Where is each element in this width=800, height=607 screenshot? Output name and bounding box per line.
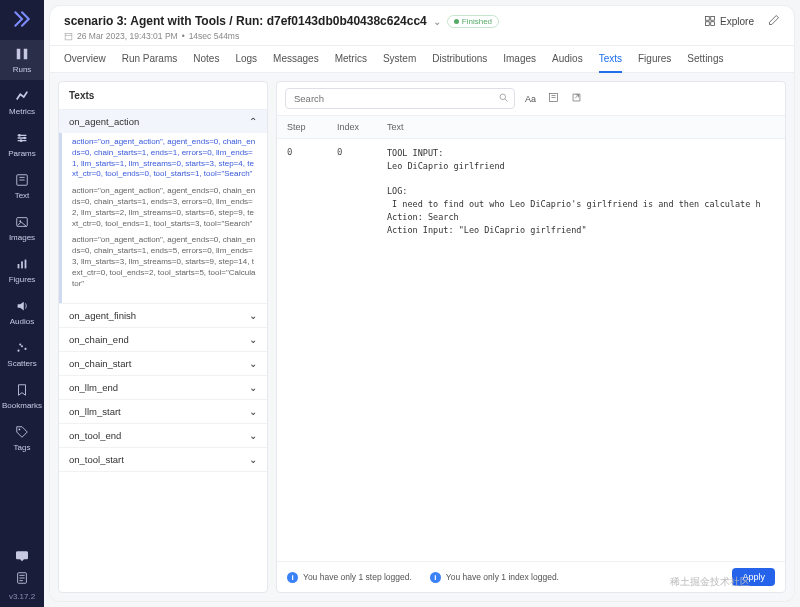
acc-head[interactable]: on_llm_end⌄ (59, 376, 267, 399)
acc-label: on_chain_start (69, 358, 131, 369)
tab-logs[interactable]: Logs (235, 46, 257, 72)
tab-audios[interactable]: Audios (552, 46, 583, 72)
svg-rect-18 (711, 17, 715, 21)
svg-point-3 (23, 137, 26, 140)
calendar-icon (64, 32, 73, 41)
acc-head[interactable]: on_chain_start⌄ (59, 352, 267, 375)
tab-bar: Overview Run Params Notes Logs Messages … (50, 46, 794, 73)
info-text: You have only 1 step logged. (303, 572, 412, 582)
acc-head[interactable]: on_llm_start⌄ (59, 400, 267, 423)
nav-figures[interactable]: Figures (0, 250, 44, 290)
svg-rect-19 (706, 22, 710, 26)
export-button[interactable] (569, 90, 584, 107)
text-card[interactable]: action="on_agent_action", agent_ends=0, … (72, 186, 257, 229)
bookmarks-icon (14, 382, 30, 398)
acc-label: on_tool_start (69, 454, 124, 465)
nav-label: Audios (10, 317, 34, 326)
text-card[interactable]: action="on_agent_action", agent_ends=0, … (72, 235, 257, 289)
chevron-down-icon: ⌄ (249, 430, 257, 441)
table-header: Step Index Text (277, 116, 785, 139)
nav-bookmarks[interactable]: Bookmarks (0, 376, 44, 416)
acc-head[interactable]: on_tool_end⌄ (59, 424, 267, 447)
nav-metrics[interactable]: Metrics (0, 82, 44, 122)
acc-head[interactable]: on_tool_start⌄ (59, 448, 267, 471)
content-area: Texts on_agent_action ⌃ action="on_agent… (50, 73, 794, 601)
chevron-down-icon: ⌄ (249, 454, 257, 465)
docs-icon[interactable] (14, 570, 30, 586)
tab-settings[interactable]: Settings (687, 46, 723, 72)
nav-label: Bookmarks (2, 401, 42, 410)
svg-rect-1 (24, 49, 28, 60)
figures-icon (14, 256, 30, 272)
nav-text[interactable]: Text (0, 166, 44, 206)
table-row[interactable]: 0 0 TOOL INPUT: Leo DiCaprio girlfriend … (277, 139, 785, 244)
status-dot-icon (454, 19, 459, 24)
status-badge: Finished (447, 15, 499, 28)
acc-head[interactable]: on_chain_end⌄ (59, 328, 267, 351)
tab-messages[interactable]: Messages (273, 46, 319, 72)
nav-audios[interactable]: Audios (0, 292, 44, 332)
tab-notes[interactable]: Notes (193, 46, 219, 72)
acc-on-tool-end: on_tool_end⌄ (59, 424, 267, 448)
acc-head[interactable]: on_agent_finish⌄ (59, 304, 267, 327)
search-input[interactable] (285, 88, 515, 109)
chevron-down-icon[interactable]: ⌄ (433, 16, 441, 27)
nav-runs[interactable]: Runs (0, 40, 44, 80)
runs-icon (14, 46, 30, 62)
svg-point-13 (24, 348, 26, 350)
scatters-icon (14, 340, 30, 356)
apply-button[interactable]: Apply (732, 568, 775, 586)
tab-overview[interactable]: Overview (64, 46, 106, 72)
run-date: 26 Mar 2023, 19:43:01 PM (77, 31, 178, 41)
images-icon (14, 214, 30, 230)
nav-label: Metrics (9, 107, 35, 116)
acc-on-chain-start: on_chain_start⌄ (59, 352, 267, 376)
explore-label: Explore (720, 16, 754, 27)
acc-on-agent-action: on_agent_action ⌃ action="on_agent_actio… (59, 110, 267, 304)
search-wrap (285, 88, 515, 109)
status-text: Finished (462, 17, 492, 26)
text-card[interactable]: action="on_agent_action", agent_ends=0, … (72, 137, 257, 180)
nav-label: Images (9, 233, 35, 242)
tab-metrics[interactable]: Metrics (335, 46, 367, 72)
explore-button[interactable]: Explore (704, 15, 754, 27)
main-panel: scenario 3: Agent with Tools / Run: d7ef… (50, 6, 794, 601)
nav-tags[interactable]: Tags (0, 418, 44, 458)
tab-system[interactable]: System (383, 46, 416, 72)
svg-rect-0 (17, 49, 21, 60)
info-icon: i (287, 572, 298, 583)
tab-run-params[interactable]: Run Params (122, 46, 178, 72)
texts-sidebar: Texts on_agent_action ⌃ action="on_agent… (58, 81, 268, 593)
app-nav: Runs Metrics Params Text Images Figures … (0, 40, 44, 548)
tab-texts[interactable]: Texts (599, 46, 622, 73)
cell-index: 0 (337, 147, 387, 236)
search-icon[interactable] (498, 92, 509, 105)
chevron-down-icon: ⌄ (249, 334, 257, 345)
edit-button[interactable] (768, 14, 780, 28)
sidebar-body: on_agent_action ⌃ action="on_agent_actio… (59, 110, 267, 592)
nav-images[interactable]: Images (0, 208, 44, 248)
nav-scatters[interactable]: Scatters (0, 334, 44, 374)
tab-images[interactable]: Images (503, 46, 536, 72)
acc-head-on-agent-action[interactable]: on_agent_action ⌃ (59, 110, 267, 133)
app-bottom: v3.17.2 (9, 548, 35, 607)
font-size-button[interactable]: Aa (523, 92, 538, 106)
cell-step: 0 (287, 147, 337, 236)
discord-icon[interactable] (14, 548, 30, 564)
wrap-button[interactable] (546, 90, 561, 107)
nav-label: Figures (9, 275, 36, 284)
info-step: i You have only 1 step logged. (287, 572, 412, 583)
nav-params[interactable]: Params (0, 124, 44, 164)
acc-label: on_llm_end (69, 382, 118, 393)
version-label: v3.17.2 (9, 592, 35, 601)
chevron-down-icon: ⌄ (249, 358, 257, 369)
tab-distributions[interactable]: Distributions (432, 46, 487, 72)
tab-figures[interactable]: Figures (638, 46, 671, 72)
col-step: Step (287, 122, 337, 132)
page-title: scenario 3: Agent with Tools / Run: d7ef… (64, 14, 427, 28)
pencil-icon (768, 14, 780, 26)
chevron-down-icon: ⌄ (249, 310, 257, 321)
col-index: Index (337, 122, 387, 132)
acc-label: on_agent_action (69, 116, 139, 127)
chevron-up-icon: ⌃ (249, 116, 257, 127)
